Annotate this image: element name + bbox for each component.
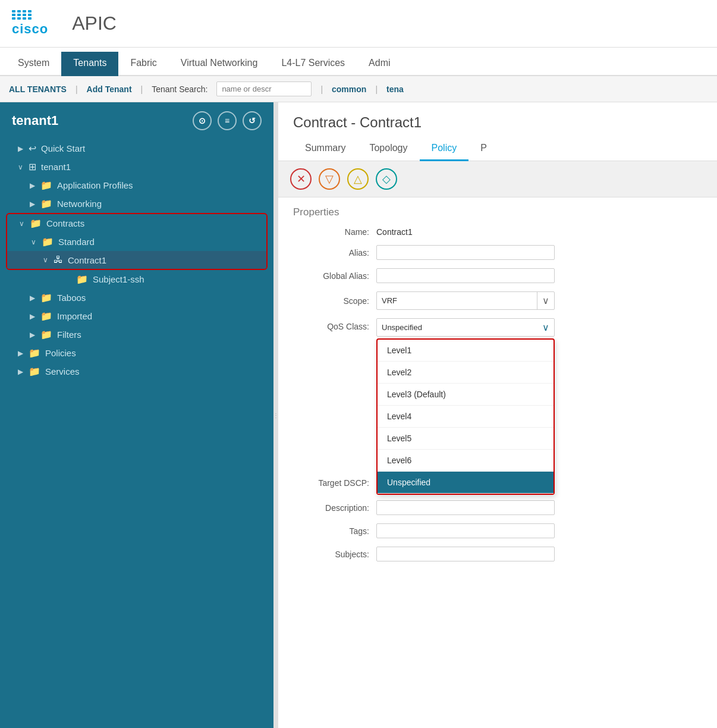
action-icon-yellow[interactable]: △ xyxy=(347,168,369,190)
header: cisco APIC xyxy=(0,0,717,48)
sidebar-item-taboos[interactable]: ▶ 📁 Taboos xyxy=(0,288,273,307)
qos-dropdown: Level1 Level2 Level3 (Default) Level4 Le… xyxy=(376,338,555,495)
cisco-wordmark: cisco xyxy=(12,21,48,37)
sidebar-icons: ⊙ ≡ ↺ xyxy=(193,111,262,130)
tab-topology[interactable]: Topology xyxy=(357,137,419,161)
chevron-icon: ▶ xyxy=(30,294,38,302)
prop-row-tags: Tags: xyxy=(293,523,702,538)
alias-input[interactable] xyxy=(376,245,555,260)
tab-tenants[interactable]: Tenants xyxy=(61,52,118,76)
sidebar-item-label: Filters xyxy=(57,330,81,340)
action-icon-teal[interactable]: ◇ xyxy=(376,168,397,190)
sidebar-item-subject1-ssh[interactable]: 📁 Subject1-ssh xyxy=(0,270,273,288)
prop-row-subjects: Subjects: xyxy=(293,547,702,561)
sidebar-item-filters[interactable]: ▶ 📁 Filters xyxy=(0,325,273,344)
tenant-search-input[interactable] xyxy=(216,81,312,96)
sidebar-item-label: Contracts xyxy=(46,218,84,228)
sidebar-item-label: Subject1-ssh xyxy=(93,274,144,284)
sidebar-item-contract1[interactable]: ∨ 🖧 Contract1 xyxy=(7,251,266,269)
content-tabs: Summary Topology Policy P xyxy=(278,137,717,161)
qos-option-level5[interactable]: Level5 xyxy=(378,428,554,450)
prop-row-description: Description: xyxy=(293,500,702,515)
sidebar-icon-list[interactable]: ≡ xyxy=(218,111,237,130)
sidebar-item-quick-start[interactable]: ▶ ↩ Quick Start xyxy=(0,139,273,158)
qos-option-level2[interactable]: Level2 xyxy=(378,362,554,384)
prop-row-qos: QoS Class: Unspecified ∨ Level1 Level2 L… xyxy=(293,318,702,337)
tab-virtual-networking[interactable]: Virtual Networking xyxy=(169,52,270,76)
contract-icon: 🖧 xyxy=(54,255,63,265)
apic-title: APIC xyxy=(72,12,117,34)
chevron-icon: ∨ xyxy=(18,163,26,171)
chevron-icon: ▶ xyxy=(30,181,38,190)
scope-select[interactable]: VRF ∨ xyxy=(376,291,555,310)
tenant-name: tenant1 xyxy=(12,113,58,128)
tags-input[interactable] xyxy=(376,523,555,538)
scope-value: VRF xyxy=(377,293,537,308)
sidebar-item-standard[interactable]: ∨ 📁 Standard xyxy=(7,233,266,251)
qos-option-level4[interactable]: Level4 xyxy=(378,406,554,428)
tab-p[interactable]: P xyxy=(468,137,499,161)
sidebar-item-app-profiles[interactable]: ▶ 📁 Application Profiles xyxy=(0,176,273,194)
grid-icon: ⊞ xyxy=(29,161,36,172)
tab-fabric[interactable]: Fabric xyxy=(118,52,168,76)
chevron-icon: ∨ xyxy=(19,219,27,228)
action-icons-row: ✕ ▽ △ ◇ xyxy=(278,161,717,197)
action-icon-red[interactable]: ✕ xyxy=(290,168,312,190)
sidebar-item-label: Standard xyxy=(58,237,95,247)
tab-system[interactable]: System xyxy=(6,52,61,76)
qos-select[interactable]: Unspecified ∨ xyxy=(376,318,555,337)
content-panel: Contract - Contract1 Summary Topology Po… xyxy=(278,102,717,728)
tab-summary[interactable]: Summary xyxy=(293,137,357,161)
sidebar-item-contracts[interactable]: ∨ 📁 Contracts xyxy=(7,214,266,233)
sidebar-item-label: Application Profiles xyxy=(57,180,133,190)
scope-arrow-icon[interactable]: ∨ xyxy=(537,292,554,309)
tenant-link[interactable]: tena xyxy=(386,84,404,94)
action-icon-orange[interactable]: ▽ xyxy=(319,168,340,190)
qos-option-unspecified[interactable]: Unspecified xyxy=(378,472,554,494)
tags-label: Tags: xyxy=(293,526,376,536)
properties-section: Properties Name: Contract1 Alias: Global… xyxy=(278,197,717,728)
subjects-label: Subjects: xyxy=(293,550,376,559)
name-label: Name: xyxy=(293,227,376,237)
description-input[interactable] xyxy=(376,500,555,515)
sidebar-item-networking[interactable]: ▶ 📁 Networking xyxy=(0,194,273,213)
folder-icon: 📁 xyxy=(40,180,52,191)
chevron-icon: ∨ xyxy=(43,256,51,264)
add-tenant-button[interactable]: Add Tenant xyxy=(87,84,132,94)
tab-l4l7[interactable]: L4-L7 Services xyxy=(269,52,357,76)
description-label: Description: xyxy=(293,503,376,513)
toolbar: ALL TENANTS | Add Tenant | Tenant Search… xyxy=(0,76,717,102)
name-value: Contract1 xyxy=(376,227,413,237)
chevron-icon: ▶ xyxy=(30,312,38,321)
cisco-logo: cisco xyxy=(12,10,48,37)
folder-icon: 📁 xyxy=(42,236,54,247)
chevron-icon: ▶ xyxy=(30,331,38,339)
tab-admin[interactable]: Admi xyxy=(357,52,402,76)
sidebar-item-imported[interactable]: ▶ 📁 Imported xyxy=(0,307,273,325)
chevron-icon: ▶ xyxy=(18,368,26,376)
sidebar-item-tenant1[interactable]: ∨ ⊞ tenant1 xyxy=(0,158,273,176)
global-alias-input[interactable] xyxy=(376,268,555,283)
sidebar-header: tenant1 ⊙ ≡ ↺ xyxy=(0,102,273,139)
subjects-input[interactable] xyxy=(376,547,555,561)
all-tenants-link[interactable]: ALL TENANTS xyxy=(9,84,67,94)
sidebar-icon-reset[interactable]: ↺ xyxy=(243,111,262,130)
sidebar-icon-refresh[interactable]: ⊙ xyxy=(193,111,212,130)
qos-arrow-icon[interactable]: ∨ xyxy=(537,319,554,336)
sidebar-item-label: Taboos xyxy=(57,293,86,303)
qos-option-level6[interactable]: Level6 xyxy=(378,450,554,472)
sidebar-item-label: tenant1 xyxy=(41,162,71,172)
common-tenant-link[interactable]: common xyxy=(332,84,366,94)
folder-icon: 📁 xyxy=(29,366,40,377)
sidebar-item-label: Quick Start xyxy=(41,143,85,153)
folder-icon: 📁 xyxy=(40,198,52,209)
main-layout: tenant1 ⊙ ≡ ↺ ▶ ↩ Quick Start ∨ ⊞ tenant… xyxy=(0,102,717,728)
cisco-bars xyxy=(12,10,32,20)
sidebar-item-services[interactable]: ▶ 📁 Services xyxy=(0,362,273,381)
qos-option-level3[interactable]: Level3 (Default) xyxy=(378,384,554,406)
qos-option-level1[interactable]: Level1 xyxy=(378,340,554,362)
tab-policy[interactable]: Policy xyxy=(420,137,469,161)
resize-handle[interactable]: ⋮ xyxy=(273,102,278,728)
quick-start-icon: ↩ xyxy=(29,143,36,154)
sidebar-item-policies[interactable]: ▶ 📁 Policies xyxy=(0,344,273,362)
